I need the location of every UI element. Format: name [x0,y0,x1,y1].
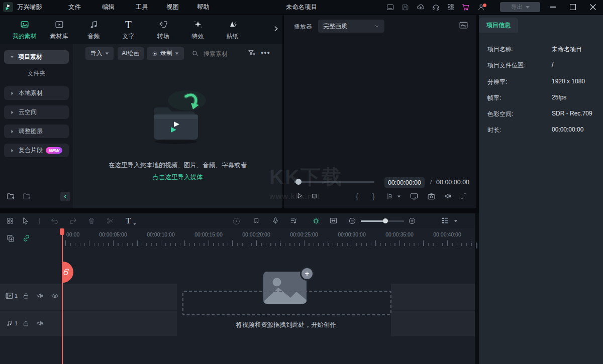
more-options-icon[interactable]: ••• [261,48,270,57]
mirror-display-icon[interactable] [410,192,419,200]
tab-stock-media[interactable]: 素材库 [42,15,76,44]
menu-view[interactable]: 视图 [160,3,185,12]
seek-bar[interactable] [294,181,374,183]
headset-icon[interactable] [432,3,440,12]
import-media-link[interactable]: 点击这里导入媒体 [73,173,282,182]
audio-lock-icon[interactable] [22,319,30,327]
playhead-handle[interactable] [60,228,64,235]
ai-paint-button[interactable]: AI绘画 [118,47,144,60]
stop-button[interactable] [311,192,318,200]
menubar: 文件 编辑 工具 视图 帮助 [62,3,216,12]
info-row-resolution: 分辨率: 1920 x 1080 [487,78,598,86]
vertical-scrollbar[interactable] [476,242,477,249]
audio-mute-icon[interactable] [36,319,44,327]
maximize-button[interactable] [563,0,583,14]
collapse-sidebar-button[interactable] [60,192,70,201]
search-input[interactable] [203,48,249,60]
info-label: 帧率: [487,94,552,102]
tab-text[interactable]: T 文字 [111,15,146,44]
track-manager-caret-icon[interactable] [454,220,457,222]
menu-edit[interactable]: 编辑 [96,3,121,12]
timeline-dropzone[interactable] [182,291,391,315]
video-visibility-icon[interactable] [51,292,59,300]
info-row-framerate: 帧率: 25fps [487,94,598,102]
tab-stickers[interactable]: 贴纸 [215,15,250,44]
playhead-line[interactable] [62,228,63,364]
mark-in-button[interactable]: { [356,192,358,200]
volume-icon[interactable] [444,192,452,200]
cart-icon[interactable] [461,3,470,12]
timeline-ruler[interactable]: 00:00 00:00:05:00 00:00:10:00 00:00:15:0… [0,228,475,247]
expand-caret-icon [12,149,14,152]
render-preview-icon[interactable] [232,217,241,225]
menu-tools[interactable]: 工具 [130,3,154,12]
info-label: 分辨率: [487,78,552,86]
delete-folder-icon[interactable] [22,192,31,201]
audio-mixer-icon[interactable] [289,217,298,225]
split-scissors-icon[interactable] [106,217,114,225]
quality-dropdown[interactable]: 完整画质 [318,20,384,33]
redo-icon[interactable] [69,217,77,225]
ruler-major-ticks [65,240,475,246]
undo-icon[interactable] [50,217,59,225]
filter-icon[interactable] [247,49,256,57]
track-manager-icon[interactable] [441,216,449,225]
fit-timeline-icon[interactable] [329,217,338,224]
music-note-icon [88,19,99,30]
zoom-out-icon[interactable] [348,217,356,225]
tab-label: 音频 [88,32,100,41]
scopes-icon[interactable] [459,21,468,30]
menu-file[interactable]: 文件 [62,3,87,12]
add-folder-icon[interactable] [6,192,15,201]
cloud-icon[interactable] [416,3,425,12]
tab-my-media[interactable]: 我的素材 [7,15,42,44]
play-button[interactable] [295,192,304,200]
fullscreen-icon[interactable] [460,192,467,200]
nav-expand-chevron-icon[interactable] [272,25,279,32]
timeline-badge[interactable]: 6 [63,262,73,283]
layout-mode-icon[interactable] [6,217,14,225]
menu-help[interactable]: 帮助 [191,3,216,12]
sidebar-item-local-media[interactable]: 本地素材 [4,86,69,100]
trim-tool-icon[interactable] [386,192,394,200]
sidebar-item-folder[interactable]: 文件夹 [0,69,73,78]
voiceover-mic-icon[interactable] [271,216,279,225]
sidebar-item-compound-clip[interactable]: 复合片段 NEW [4,144,69,157]
current-timecode[interactable]: 00:00:00:00 [384,177,425,188]
quick-text-icon[interactable]: T [126,216,131,226]
record-button[interactable]: 录制 [147,47,184,60]
video-mute-icon[interactable] [36,292,44,300]
snapshot-camera-icon[interactable] [427,192,436,200]
smart-cut-icon[interactable] [312,216,321,225]
sidebar-item-project-media[interactable]: 项目素材 [4,50,69,64]
seek-handle[interactable] [295,179,301,185]
ai-paint-label: AI绘画 [122,49,139,58]
marker-icon[interactable] [253,217,260,225]
trim-caret-icon[interactable] [397,196,400,198]
delete-icon[interactable] [87,217,95,225]
close-button[interactable] [583,0,603,14]
tab-effects[interactable]: 特效 [180,15,215,44]
apps-grid-icon[interactable] [447,3,455,11]
my-media-icon [19,19,30,30]
minimize-button[interactable] [543,0,563,14]
layout-icon[interactable] [386,3,394,12]
zoom-slider-handle[interactable] [383,218,388,223]
select-tool-icon[interactable] [22,217,30,225]
export-button[interactable]: 导出 [500,2,540,12]
tab-transitions[interactable]: 转场 [146,15,180,44]
save-icon[interactable] [401,3,410,12]
mark-out-button[interactable]: } [372,192,375,200]
zoom-in-icon[interactable] [408,217,416,225]
transition-icon [158,19,169,30]
import-button[interactable]: 导入 [85,47,114,60]
sidebar-item-adjustment-layer[interactable]: 调整图层 [4,125,69,138]
add-media-plus-button[interactable] [300,267,314,281]
sidebar-item-cloud-space[interactable]: 云空间 [4,105,69,119]
player-title: 播放器 [294,23,312,31]
video-lock-icon[interactable] [22,292,30,300]
tab-project-info[interactable]: 项目信息 [479,18,518,33]
tab-audio[interactable]: 音频 [76,15,111,44]
timeline-zoom-slider[interactable] [361,220,404,222]
account-icon[interactable] [477,3,485,12]
